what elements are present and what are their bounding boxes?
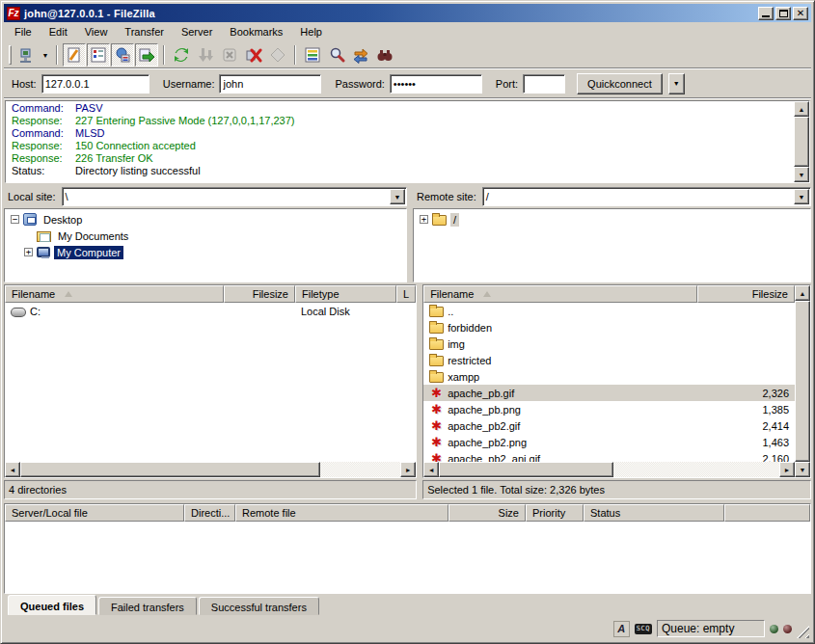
scroll-left-icon[interactable]: ◄ — [5, 462, 20, 477]
site-manager-dropdown[interactable]: ▼ — [40, 43, 51, 67]
folder-icon — [429, 323, 444, 334]
quickconnect-button[interactable]: Quickconnect — [577, 73, 663, 94]
maximize-button[interactable] — [775, 7, 791, 20]
menu-help[interactable]: Help — [291, 23, 331, 40]
remote-file-row[interactable]: apache_pb2_ani.gif 2,160 — [423, 450, 795, 462]
port-input[interactable] — [523, 74, 565, 94]
menu-transfer[interactable]: Transfer — [116, 23, 173, 40]
toolbar-separator — [163, 45, 165, 65]
remote-file-row[interactable]: img — [423, 335, 795, 352]
password-input[interactable] — [390, 74, 482, 94]
remote-vertical-scrollbar[interactable]: ▲ ▼ — [795, 285, 810, 477]
sort-ascending-icon — [483, 291, 491, 297]
local-file-row[interactable]: C: Local Disk — [5, 303, 416, 319]
log-line: Response:226 Transfer OK — [6, 152, 794, 165]
remote-file-row[interactable]: apache_pb2.png 1,463 — [423, 434, 795, 450]
tree-item-desktop[interactable]: − Desktop — [5, 211, 406, 228]
chevron-down-icon[interactable]: ▼ — [390, 189, 405, 204]
tree-item-root[interactable]: + / — [414, 211, 810, 228]
remote-file-row[interactable]: xampp — [423, 368, 795, 385]
local-horizontal-scrollbar[interactable]: ◄ ► — [5, 462, 416, 477]
transfer-type-indicator-icon[interactable]: A — [613, 621, 630, 637]
remote-file-row[interactable]: apache_pb2.gif 2,414 — [423, 417, 795, 434]
column-header-filesize[interactable]: Filesize — [224, 285, 295, 303]
toggle-queue-button[interactable] — [135, 43, 158, 67]
menu-file[interactable]: File — [6, 23, 41, 40]
column-header-filesize[interactable]: Filesize — [697, 285, 795, 303]
collapse-icon[interactable]: − — [11, 215, 19, 224]
maximize-icon — [779, 10, 788, 17]
local-file-list-pane: Filename Filesize Filetype L C: Local Di… — [4, 284, 417, 499]
scroll-thumb[interactable] — [795, 301, 810, 462]
process-queue-button[interactable] — [194, 43, 217, 67]
remote-site-combo[interactable]: / ▼ — [482, 187, 811, 206]
scroll-up-icon[interactable]: ▲ — [795, 285, 810, 301]
cancel-operation-button[interactable] — [218, 43, 241, 67]
remote-file-row[interactable]: forbidden — [423, 319, 795, 335]
close-button[interactable]: ✕ — [793, 7, 808, 20]
remote-file-row[interactable]: apache_pb.png 1,385 — [423, 401, 795, 417]
expand-icon[interactable]: + — [420, 215, 428, 224]
tree-item-my-computer[interactable]: + My Computer — [5, 244, 406, 260]
column-header-status[interactable]: Status — [584, 504, 724, 522]
column-header-filetype[interactable]: Filetype — [295, 285, 396, 303]
find-files-button[interactable] — [373, 43, 396, 67]
filezilla-window: Fz john@127.0.0.1 - FileZilla ✕ File Edi… — [0, 0, 815, 644]
column-header-priority[interactable]: Priority — [526, 504, 584, 522]
reconnect-button[interactable] — [266, 43, 289, 67]
tree-item-my-documents[interactable]: My Documents — [5, 228, 406, 244]
column-header-server-local-file[interactable]: Server/Local file — [5, 504, 184, 522]
log-scrollbar[interactable]: ▲ ▼ — [794, 101, 809, 182]
tab-failed-transfers[interactable]: Failed transfers — [98, 597, 197, 615]
scroll-thumb[interactable] — [439, 462, 613, 477]
queue-header: Server/Local file Directi... Remote file… — [5, 504, 810, 522]
scroll-up-icon[interactable]: ▲ — [794, 101, 809, 117]
local-site-combo[interactable]: \ ▼ — [62, 187, 407, 206]
column-header-lastmodified[interactable]: L — [396, 285, 416, 303]
minimize-icon — [762, 15, 770, 17]
remote-horizontal-scrollbar[interactable]: ◄ ► — [423, 462, 795, 477]
scroll-thumb[interactable] — [794, 117, 809, 167]
close-icon: ✕ — [797, 9, 804, 18]
column-header-size[interactable]: Size — [448, 504, 526, 522]
host-input[interactable] — [41, 74, 149, 94]
disconnect-button[interactable] — [242, 43, 265, 67]
resize-grip[interactable] — [797, 626, 809, 638]
toggle-remote-tree-button[interactable] — [111, 43, 134, 67]
directory-comparison-button[interactable] — [325, 43, 348, 67]
synchronized-browsing-button[interactable] — [349, 43, 372, 67]
minimize-button[interactable] — [758, 7, 774, 20]
scroll-right-icon[interactable]: ► — [400, 462, 416, 477]
column-header-filename[interactable]: Filename — [5, 285, 224, 303]
toggle-message-log-button[interactable] — [63, 43, 86, 67]
column-header-filename[interactable]: Filename — [423, 285, 697, 303]
remote-file-row-selected[interactable]: apache_pb.gif 2,326 — [423, 385, 795, 401]
scroll-down-icon[interactable]: ▼ — [794, 167, 809, 182]
column-header-empty[interactable] — [724, 504, 810, 522]
menu-server[interactable]: Server — [173, 23, 221, 40]
menu-bookmarks[interactable]: Bookmarks — [221, 23, 291, 40]
refresh-button[interactable] — [170, 43, 193, 67]
chevron-down-icon[interactable]: ▼ — [794, 189, 809, 204]
username-input[interactable] — [219, 74, 321, 94]
scroll-right-icon[interactable]: ► — [779, 462, 795, 477]
menu-view[interactable]: View — [76, 23, 117, 40]
scroll-thumb[interactable] — [20, 462, 320, 477]
remote-file-row[interactable]: .. — [423, 303, 795, 319]
log-line: Response:227 Entering Passive Mode (127,… — [6, 115, 794, 127]
tab-successful-transfers[interactable]: Successful transfers — [199, 597, 319, 615]
menu-edit[interactable]: Edit — [41, 23, 76, 40]
quickconnect-dropdown[interactable]: ▼ — [668, 73, 685, 94]
column-header-remote-file[interactable]: Remote file — [235, 504, 448, 522]
image-file-icon — [429, 387, 444, 400]
remote-file-row[interactable]: restricted — [423, 352, 795, 368]
column-header-direction[interactable]: Directi... — [184, 504, 235, 522]
filter-button[interactable] — [301, 43, 324, 67]
toggle-local-tree-button[interactable] — [87, 43, 110, 67]
expand-icon[interactable]: + — [24, 248, 33, 256]
scroll-left-icon[interactable]: ◄ — [423, 462, 439, 477]
scroll-down-icon[interactable]: ▼ — [795, 462, 810, 477]
tab-queued-files[interactable]: Queued files — [8, 595, 96, 615]
speed-limit-indicator-icon[interactable]: SCQ — [635, 624, 652, 634]
site-manager-button[interactable] — [15, 43, 39, 67]
